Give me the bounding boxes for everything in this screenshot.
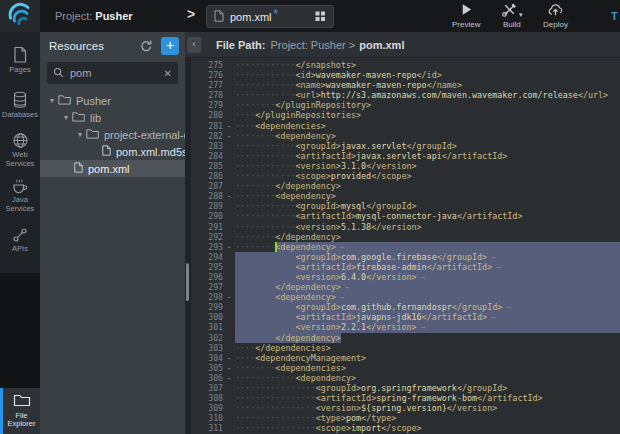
code-line[interactable]: 308················<artifactId>spring-fr… xyxy=(191,393,620,403)
caret-down-icon[interactable]: ▾ xyxy=(74,130,86,139)
fold-marker-icon[interactable]: - xyxy=(223,353,235,363)
code-line-content[interactable]: ············<version>6.4.0</version> ¬ xyxy=(235,272,620,282)
code-line[interactable]: 284············<artifactId>javax.servlet… xyxy=(191,151,620,161)
sidebar-item-databases[interactable]: Databases xyxy=(0,83,40,128)
code-line[interactable]: 310················<type>pom</type> xyxy=(191,413,620,423)
fold-marker-icon[interactable]: - xyxy=(223,191,235,201)
action-deploy-button[interactable]: Deploy xyxy=(543,2,568,29)
code-line[interactable]: 300············<artifactId>javapns-jdk16… xyxy=(191,312,620,322)
code-line[interactable]: 291············<version>5.1.38</version> xyxy=(191,222,620,232)
fold-marker-icon[interactable]: - xyxy=(223,363,235,373)
wavemaker-logo[interactable] xyxy=(0,0,40,32)
code-line-content[interactable]: ············<url>http://s3.amazonaws.com… xyxy=(235,90,620,100)
code-line[interactable]: 304-····<dependencyManagement> xyxy=(191,353,620,363)
code-line[interactable]: 307················<groupId>org.springfr… xyxy=(191,383,620,393)
tree-item-lib[interactable]: ▾lib xyxy=(40,109,185,126)
code-line-content[interactable]: ············<version>5.1.38</version> xyxy=(235,222,620,232)
code-line[interactable]: 285············<version>3.1.0</version> xyxy=(191,161,620,171)
code-line-content[interactable]: ············<groupId>javax.servlet</grou… xyxy=(235,141,620,151)
action-preview-button[interactable]: Preview xyxy=(452,2,480,29)
code-line-content[interactable]: ····<dependencies> xyxy=(235,121,620,131)
grid-icon[interactable] xyxy=(315,11,326,22)
code-line-content[interactable]: ············<artifactId>javapns-jdk16</a… xyxy=(235,312,620,322)
sidebar-item-apis[interactable]: APIs xyxy=(0,218,40,263)
code-line[interactable]: 275············</snapshots> xyxy=(191,60,620,70)
tree-item-pom.xml.md5sum[interactable]: pom.xml.md5sum xyxy=(40,143,185,160)
code-line-content[interactable]: ················<version>${spring.versio… xyxy=(235,403,620,413)
fold-marker-icon[interactable]: - xyxy=(223,373,235,383)
code-line-content[interactable]: ············<version>3.1.0</version> xyxy=(235,161,620,171)
code-line-content[interactable]: ········<dependency> ¬ xyxy=(235,242,620,252)
fold-marker-icon[interactable]: - xyxy=(223,131,235,141)
code-line-content[interactable]: ········</pluginRepository> xyxy=(235,100,620,110)
code-line[interactable]: 295············<artifactId>firebase-admi… xyxy=(191,262,620,272)
refresh-icon[interactable] xyxy=(137,38,153,54)
code-line-content[interactable]: ········</dependency> xyxy=(235,333,620,343)
code-line-content[interactable]: ················<type>pom</type> xyxy=(235,413,620,423)
code-line[interactable]: 298-········<dependency> ¬ xyxy=(191,292,620,302)
sidebar-item-java-services[interactable]: Java Services xyxy=(0,173,40,218)
code-line[interactable]: 276············<id>wavemaker-maven-repo<… xyxy=(191,70,620,80)
code-line[interactable]: 294············<groupId>com.google.fireb… xyxy=(191,252,620,262)
code-line[interactable]: 288-········<dependency> xyxy=(191,191,620,201)
code-line[interactable]: 311················<scope>import</scope> xyxy=(191,423,620,433)
code-line-content[interactable]: ····<dependencyManagement> xyxy=(235,353,620,363)
code-line-content[interactable]: ············<artifactId>javax.servlet-ap… xyxy=(235,151,620,161)
code-line[interactable]: 289············<groupId>mysql</groupId> xyxy=(191,201,620,211)
sidebar-item-file-explorer[interactable]: File Explorer xyxy=(0,388,40,434)
code-line-content[interactable]: ············<name>wavemaker-maven-repo</… xyxy=(235,80,620,90)
code-line-content[interactable]: ········<dependency> ¬ xyxy=(235,292,620,302)
code-line-content[interactable]: ············<scope>provided</scope> xyxy=(235,171,620,181)
code-line-content[interactable]: ········</dependency> xyxy=(235,181,620,191)
code-line-content[interactable]: ····</dependencies> xyxy=(235,343,620,353)
code-line[interactable]: 292········</dependency> xyxy=(191,232,620,242)
code-line-content[interactable]: ············<version>2.2.1</version> ¬ xyxy=(235,322,620,332)
code-line-content[interactable]: ············<groupId>com.github.fernando… xyxy=(235,302,620,312)
fold-marker-icon[interactable]: - xyxy=(223,121,235,131)
code-line[interactable]: 279········</pluginRepository> xyxy=(191,100,620,110)
sidebar-item-pages[interactable]: Pages xyxy=(0,38,40,83)
clear-search-icon[interactable]: ✕ xyxy=(164,68,172,79)
code-line-content[interactable]: ············<groupId>com.google.firebase… xyxy=(235,252,620,262)
code-line-content[interactable]: ············<dependency> xyxy=(235,373,620,383)
code-line[interactable]: 281-····<dependencies> xyxy=(191,121,620,131)
code-line[interactable]: 283············<groupId>javax.servlet</g… xyxy=(191,141,620,151)
code-line[interactable]: 309················<version>${spring.ver… xyxy=(191,403,620,413)
code-line-content[interactable]: ········<dependency> xyxy=(235,131,620,141)
code-line-content[interactable]: ············<artifactId>firebase-admin</… xyxy=(235,262,620,272)
code-line-content[interactable]: ········</dependency> xyxy=(235,232,620,242)
code-line[interactable]: 297········</dependency> ¬ xyxy=(191,282,620,292)
code-line-content[interactable]: ····</pluginRepositories> xyxy=(235,110,620,120)
code-line-content[interactable]: ········<dependency> xyxy=(235,191,620,201)
code-line-content[interactable]: ················<artifactId>spring-frame… xyxy=(235,393,620,403)
code-line-content[interactable]: ········</dependency> ¬ xyxy=(235,282,620,292)
code-line-content[interactable]: ············<artifactId>mysql-connector-… xyxy=(235,211,620,221)
code-line[interactable]: 303····</dependencies> xyxy=(191,343,620,353)
code-line[interactable]: 286············<scope>provided</scope> xyxy=(191,171,620,181)
code-line[interactable]: 306-············<dependency> xyxy=(191,373,620,383)
add-resource-button[interactable]: + xyxy=(161,37,179,55)
caret-down-icon[interactable]: ▾ xyxy=(46,96,58,105)
code-line[interactable]: 293-········<dependency> ¬ xyxy=(191,242,620,252)
search-input[interactable] xyxy=(68,66,160,80)
caret-down-icon[interactable]: ▾ xyxy=(60,113,72,122)
code-line[interactable]: 301············<version>2.2.1</version> … xyxy=(191,322,620,332)
code-line[interactable]: 282-········<dependency> xyxy=(191,131,620,141)
code-line-content[interactable]: ········<dependencies> xyxy=(235,363,620,373)
fold-marker-icon[interactable]: - xyxy=(223,242,235,252)
code-line[interactable]: 278············<url>http://s3.amazonaws.… xyxy=(191,90,620,100)
action-build-button[interactable]: ▾Build xyxy=(501,2,523,29)
code-line[interactable]: 299············<groupId>com.github.ferna… xyxy=(191,302,620,312)
code-line-content[interactable]: ················<groupId>org.springframe… xyxy=(235,383,620,393)
sidebar-item-web-services[interactable]: Web Services xyxy=(0,128,40,173)
tree-item-pusher[interactable]: ▾Pusher xyxy=(40,92,185,109)
code-line-content[interactable]: ················<scope>import</scope> xyxy=(235,423,620,433)
tab-pom-xml[interactable]: pom.xml * xyxy=(206,5,334,28)
collapse-panel-button[interactable]: ‹ xyxy=(187,37,201,53)
code-line[interactable]: 290············<artifactId>mysql-connect… xyxy=(191,211,620,221)
code-line[interactable]: 305-········<dependencies> xyxy=(191,363,620,373)
truncated-right-label[interactable]: T xyxy=(611,10,618,22)
scrollbar-thumb[interactable] xyxy=(186,263,189,301)
code-line[interactable]: 287········</dependency> xyxy=(191,181,620,191)
code-line-content[interactable]: ············<id>wavemaker-maven-repo</id… xyxy=(235,70,620,80)
